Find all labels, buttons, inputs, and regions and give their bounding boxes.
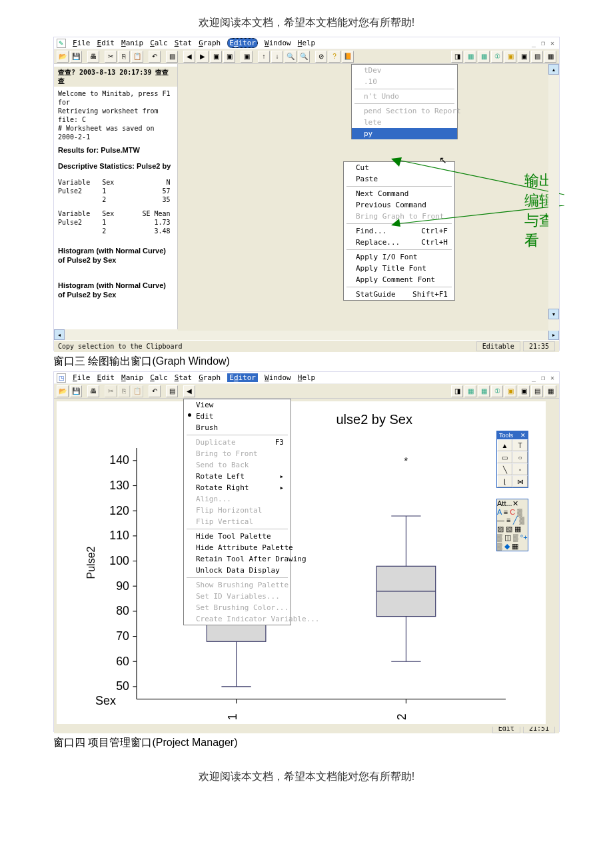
prev-cmd-icon[interactable]: ◀ xyxy=(183,51,195,63)
arrow-down-icon[interactable]: ↓ xyxy=(271,51,283,63)
maximize-icon[interactable]: ❐ xyxy=(539,373,547,381)
cmd2-icon[interactable]: ▣ xyxy=(223,51,235,63)
editor-menu-item[interactable]: Hide Tool Palette xyxy=(184,531,291,542)
hatch1-icon[interactable]: ▨ xyxy=(497,525,504,533)
vertical-scrollbar[interactable]: ▴ ▾ xyxy=(548,64,559,331)
polyline-tool-icon[interactable]: ⌊ xyxy=(497,475,512,487)
menu-file[interactable]: File xyxy=(73,373,91,382)
undo-icon[interactable]: ↶ xyxy=(149,51,161,63)
print-icon[interactable]: 🖶 xyxy=(87,51,99,63)
menu-window[interactable]: Window xyxy=(265,39,291,47)
nav6-icon[interactable]: ▣ xyxy=(518,385,530,397)
execute-icon[interactable]: ▣ xyxy=(241,51,253,63)
nav4-icon[interactable]: ① xyxy=(491,385,503,397)
horizontal-scrollbar[interactable]: ◂ ▸ xyxy=(54,329,559,340)
context-menu-item[interactable]: StatGuideShift+F1 xyxy=(344,289,454,300)
editor-menu-item[interactable]: View xyxy=(184,399,291,411)
maximize-icon[interactable]: ❐ xyxy=(539,39,547,47)
scroll-left-icon[interactable]: ◂ xyxy=(54,329,65,340)
menu-edit[interactable]: Edit xyxy=(97,373,115,382)
nav3-icon[interactable]: ▦ xyxy=(478,51,490,63)
cancel-icon[interactable]: ⊘ xyxy=(315,51,327,63)
editor-menu-item[interactable]: Edit xyxy=(184,411,291,422)
align-attr-icon[interactable]: ≡ xyxy=(504,508,508,516)
attributes-palette[interactable]: Att...✕ A ≡ C ▒ — ≡ ╱ ▒ ▨ ▧ ▦ ▒ ◫ ▒ °+ xyxy=(496,499,528,551)
save-icon[interactable]: 💾 xyxy=(70,385,82,397)
statguide-icon[interactable]: 📙 xyxy=(342,51,354,63)
rect-tool-icon[interactable]: ▭ xyxy=(497,451,512,463)
palette-close-icon[interactable]: ✕ xyxy=(520,432,526,439)
nav6-icon[interactable]: ▣ xyxy=(518,51,530,63)
fill-pat-icon[interactable]: ▒ xyxy=(517,508,522,516)
dot-icon[interactable]: ◆ xyxy=(504,542,510,550)
pat1-icon[interactable]: ◫ xyxy=(504,533,511,541)
context-menu-item[interactable]: Apply Title Font xyxy=(344,263,454,274)
next-cmd-icon[interactable]: ▶ xyxy=(197,51,209,63)
menu-manip[interactable]: Manip xyxy=(121,39,143,47)
cut-icon[interactable]: ✂ xyxy=(105,385,117,397)
menu-window[interactable]: Window xyxy=(265,373,291,382)
help-icon[interactable]: ? xyxy=(328,51,340,63)
prev-icon[interactable]: ◀ xyxy=(183,385,195,397)
polygon-tool-icon[interactable]: ⋈ xyxy=(512,475,528,487)
menu-calc[interactable]: Calc xyxy=(150,39,168,47)
editor-menu-item[interactable]: Rotate Left▸ xyxy=(184,471,291,482)
palette-close-icon[interactable]: ✕ xyxy=(512,499,518,507)
menu-stat[interactable]: Stat xyxy=(175,373,193,382)
text-tool-icon[interactable]: T xyxy=(512,439,528,451)
context-menu-item[interactable]: Apply Comment Font xyxy=(344,274,454,285)
editor-menu-item[interactable]: Hide Attribute Palette xyxy=(184,542,291,553)
nav7-icon[interactable]: ▤ xyxy=(531,385,543,397)
editor-menu-item[interactable]: Retain Tool After Drawing xyxy=(184,553,291,565)
editor-menu-item[interactable]: Unlock Data Display xyxy=(184,565,291,576)
grid2-icon[interactable]: ▦ xyxy=(512,542,518,550)
menu-editor[interactable]: Editor xyxy=(227,38,258,48)
nav2-icon[interactable]: ▦ xyxy=(464,51,476,63)
open-icon[interactable]: 📂 xyxy=(57,385,69,397)
marker2-icon[interactable]: °+ xyxy=(520,533,528,541)
editor-menu-item[interactable]: Rotate Right▸ xyxy=(184,482,291,493)
scroll-up-icon[interactable]: ▴ xyxy=(548,64,559,75)
nav5-icon[interactable]: ▣ xyxy=(504,51,516,63)
menu-edit[interactable]: Edit xyxy=(97,39,115,47)
close-icon[interactable]: ✕ xyxy=(548,39,556,47)
pointer-tool-icon[interactable]: ▲ xyxy=(497,439,512,451)
nav5-icon[interactable]: ▣ xyxy=(504,385,516,397)
scroll-right-icon[interactable]: ▸ xyxy=(548,329,559,340)
tools-palette[interactable]: Tools✕ ▲ T ▭ ○ ╲ ◦ ⌊ ⋈ xyxy=(496,431,528,488)
nav1-icon[interactable]: ◨ xyxy=(451,385,463,397)
paste-icon[interactable]: 📋 xyxy=(131,385,143,397)
nav8-icon[interactable]: ▦ xyxy=(544,51,556,63)
paste-icon[interactable]: 📋 xyxy=(131,51,143,63)
menu-calc[interactable]: Calc xyxy=(150,373,168,382)
print-icon[interactable]: 🖶 xyxy=(87,385,99,397)
grid1-icon[interactable]: ▦ xyxy=(514,525,521,533)
menu-editor[interactable]: Editor xyxy=(227,373,258,382)
menu-manip[interactable]: Manip xyxy=(121,373,143,382)
minimize-icon[interactable]: _ xyxy=(530,39,538,47)
hatch2-icon[interactable]: ▧ xyxy=(506,525,512,533)
pat3-icon[interactable]: ▒ xyxy=(497,542,502,550)
nav2-icon[interactable]: ▦ xyxy=(464,385,476,397)
session-window-icon[interactable]: ▤ xyxy=(166,51,178,63)
menu-stat[interactable]: Stat xyxy=(175,39,193,47)
nav3-icon[interactable]: ▦ xyxy=(478,385,490,397)
context-menu-item[interactable]: py xyxy=(352,128,457,139)
context-menu-item[interactable]: Apply I/O Font xyxy=(344,251,454,263)
color-attr-icon[interactable]: C xyxy=(510,508,515,516)
session-window-icon[interactable]: ▤ xyxy=(166,385,178,397)
undo-icon[interactable]: ↶ xyxy=(149,385,161,397)
minimize-icon[interactable]: _ xyxy=(530,373,538,381)
scroll-down-icon[interactable]: ▾ xyxy=(548,309,559,319)
editor-menu-item[interactable]: Brush xyxy=(184,422,291,433)
circle-tool-icon[interactable]: ○ xyxy=(512,451,528,463)
edge-icon[interactable]: ╱ xyxy=(513,516,518,524)
menu-help[interactable]: Help xyxy=(298,39,316,47)
context-menu-item[interactable]: Replace...Ctrl+H xyxy=(344,237,454,248)
close-icon[interactable]: ✕ xyxy=(548,373,556,381)
font-attr-icon[interactable]: A xyxy=(497,508,502,516)
marker-tool-icon[interactable]: ◦ xyxy=(512,463,528,475)
cut-icon[interactable]: ✂ xyxy=(105,51,117,63)
menu-graph[interactable]: Graph xyxy=(199,373,221,382)
find-next-icon[interactable]: 🔍 xyxy=(298,51,310,63)
